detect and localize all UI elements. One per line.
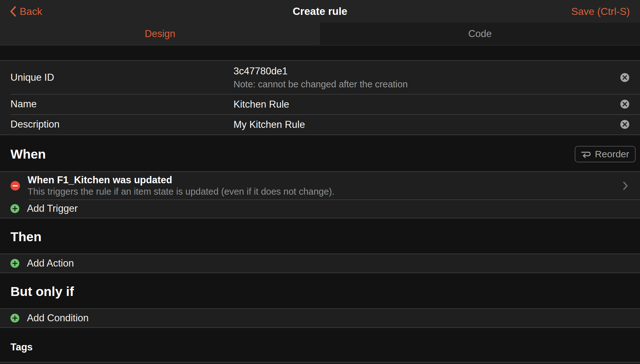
trigger-title: When F1_Kitchen was updated [28, 174, 616, 186]
triggers-list: When F1_Kitchen was updated This trigger… [0, 171, 640, 218]
add-trigger-label: Add Trigger [27, 203, 78, 214]
unique-id-input[interactable]: 3c47780de1 [234, 65, 612, 77]
remove-trigger-button[interactable] [10, 181, 20, 191]
description-input[interactable]: My Kitchen Rule [234, 119, 612, 130]
back-button[interactable]: Back [10, 0, 42, 23]
minus-icon [13, 185, 18, 186]
section-tags-header: Tags [0, 328, 640, 362]
tab-bar: Design Code [0, 23, 640, 46]
clear-icon [620, 120, 630, 129]
clear-icon [620, 73, 630, 82]
name-input[interactable]: Kitchen Rule [234, 98, 612, 110]
tags-heading: Tags [10, 339, 33, 353]
add-action-label: Add Action [27, 258, 74, 269]
field-row-description[interactable]: Description My Kitchen Rule [0, 114, 640, 135]
save-button[interactable]: Save (Ctrl-S) [571, 0, 630, 23]
field-label: Name [10, 98, 234, 110]
page-title: Create rule [95, 0, 545, 23]
unique-id-note: Note: cannot be changed after the creati… [234, 79, 612, 90]
then-heading: Then [10, 229, 42, 245]
section-conditions-header: But only if [0, 273, 640, 308]
add-condition-button[interactable]: Add Condition [0, 309, 640, 327]
tab-design[interactable]: Design [0, 23, 320, 45]
but-only-if-heading: But only if [10, 284, 74, 299]
plus-icon [10, 314, 19, 323]
clear-button[interactable] [620, 120, 630, 129]
navbar: Back Create rule Save (Ctrl-S) [0, 0, 640, 23]
section-then-header: Then [0, 218, 640, 254]
semantic-class-row[interactable]: Semantic Class [0, 362, 640, 364]
chevron-left-icon [10, 6, 16, 17]
reorder-icon [580, 150, 591, 159]
field-row-name[interactable]: Name Kitchen Rule [0, 94, 640, 114]
when-heading: When [10, 147, 46, 162]
field-label: Description [10, 119, 234, 130]
actions-list: Add Action [0, 254, 640, 273]
section-when-header: When Reorder [0, 135, 640, 171]
plus-icon [10, 204, 19, 213]
field-row-unique-id[interactable]: Unique ID 3c47780de1 Note: cannot be cha… [0, 61, 640, 94]
add-condition-label: Add Condition [27, 312, 89, 324]
rule-info-list: Unique ID 3c47780de1 Note: cannot be cha… [0, 60, 640, 135]
trigger-row[interactable]: When F1_Kitchen was updated This trigger… [0, 172, 640, 199]
chevron-right-icon [623, 181, 628, 191]
clear-button[interactable] [620, 99, 630, 109]
add-trigger-button[interactable]: Add Trigger [0, 199, 640, 218]
tab-code[interactable]: Code [320, 23, 640, 45]
plus-icon [10, 259, 19, 268]
content-spacer [0, 46, 640, 60]
clear-icon [620, 99, 630, 109]
reorder-button[interactable]: Reorder [575, 146, 636, 162]
clear-button[interactable] [620, 73, 630, 82]
add-action-button[interactable]: Add Action [0, 254, 640, 273]
reorder-label: Reorder [595, 149, 629, 160]
trigger-subtitle: This triggers the rule if an item state … [28, 186, 616, 197]
back-label: Back [20, 6, 42, 17]
field-label: Unique ID [10, 72, 234, 83]
tags-list: Semantic Class [0, 362, 640, 364]
conditions-list: Add Condition [0, 308, 640, 328]
